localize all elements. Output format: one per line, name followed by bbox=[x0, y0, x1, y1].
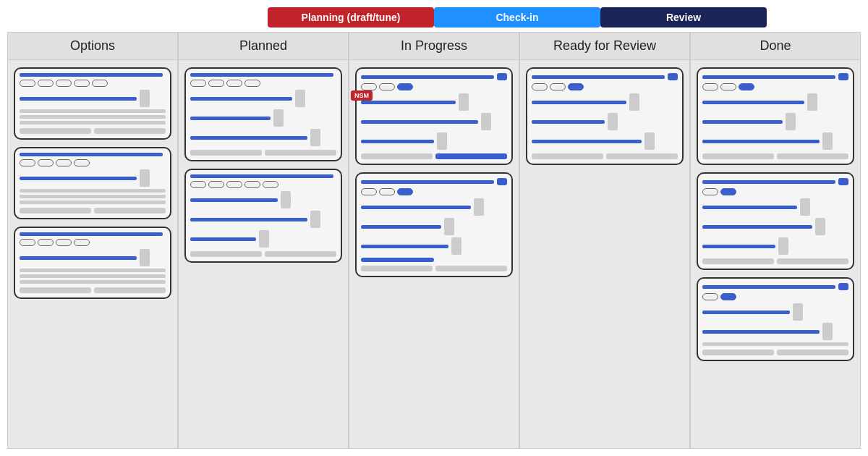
side-block bbox=[310, 129, 320, 146]
card-options-3[interactable] bbox=[14, 227, 171, 299]
line bbox=[361, 225, 441, 229]
footer-btn bbox=[20, 128, 91, 134]
oval bbox=[720, 83, 736, 90]
side-block bbox=[822, 132, 833, 150]
side-block bbox=[459, 93, 469, 111]
line bbox=[702, 140, 820, 143]
card-review-1[interactable] bbox=[526, 67, 684, 165]
side-block bbox=[451, 237, 461, 255]
line-gray bbox=[20, 121, 166, 124]
title-bar bbox=[20, 73, 163, 77]
phase-checkin: Check-in bbox=[434, 7, 600, 28]
oval bbox=[74, 80, 90, 87]
footer-btn bbox=[702, 350, 774, 355]
footer-btn bbox=[361, 153, 433, 159]
oval bbox=[379, 83, 395, 90]
card-planned-1[interactable] bbox=[184, 67, 342, 161]
card-inprogress-2[interactable] bbox=[355, 172, 513, 277]
side-block bbox=[310, 211, 320, 228]
footer-btn bbox=[702, 258, 774, 264]
footer-btn bbox=[532, 153, 603, 159]
oval bbox=[190, 80, 206, 87]
oval bbox=[244, 80, 260, 87]
side-block bbox=[259, 230, 269, 248]
line bbox=[532, 101, 626, 104]
footer-btn bbox=[20, 208, 91, 214]
oval bbox=[208, 80, 224, 87]
line bbox=[20, 177, 137, 180]
oval bbox=[702, 293, 718, 300]
line bbox=[702, 311, 790, 314]
phase-review: Review bbox=[600, 7, 767, 28]
line-gray bbox=[20, 189, 166, 193]
title-bar bbox=[20, 153, 163, 156]
side-block bbox=[140, 90, 150, 107]
oval bbox=[226, 181, 242, 188]
footer-btn bbox=[361, 266, 433, 271]
oval bbox=[20, 159, 35, 166]
oval-filled bbox=[397, 188, 413, 195]
line bbox=[190, 97, 292, 101]
oval bbox=[226, 80, 242, 87]
side-block bbox=[822, 323, 833, 340]
oval-filled bbox=[720, 293, 736, 300]
column-header-ready-for-review: Ready for Review bbox=[520, 33, 689, 60]
oval bbox=[56, 159, 72, 166]
line bbox=[20, 97, 137, 101]
card-done-2[interactable] bbox=[697, 172, 854, 270]
footer-btn bbox=[20, 287, 91, 293]
column-body-in-progress: NSM bbox=[349, 60, 519, 448]
nsm-badge: NSM bbox=[351, 90, 373, 101]
title-bar bbox=[702, 180, 835, 184]
column-ready-for-review: Ready for Review bbox=[519, 32, 690, 449]
line bbox=[361, 101, 456, 104]
line bbox=[361, 245, 448, 248]
side-block bbox=[629, 93, 639, 111]
card-inprogress-1[interactable]: NSM bbox=[355, 67, 513, 165]
card-planned-2[interactable] bbox=[184, 169, 342, 263]
side-block bbox=[444, 218, 454, 235]
top-btn bbox=[497, 178, 507, 185]
footer-btn bbox=[190, 251, 262, 257]
oval bbox=[92, 80, 108, 87]
footer-btn bbox=[777, 258, 848, 264]
footer-btn bbox=[265, 251, 336, 257]
oval bbox=[550, 83, 566, 90]
footer-btn bbox=[777, 153, 848, 159]
card-done-1[interactable] bbox=[697, 67, 854, 165]
footer-btn bbox=[606, 153, 678, 159]
columns-wrapper: Options bbox=[7, 32, 861, 449]
title-bar bbox=[20, 232, 163, 236]
title-bar bbox=[361, 180, 494, 184]
line-gray bbox=[20, 115, 166, 119]
line bbox=[702, 101, 804, 104]
title-bar bbox=[190, 73, 333, 77]
oval bbox=[702, 83, 718, 90]
oval bbox=[56, 80, 72, 87]
column-options: Options bbox=[7, 32, 178, 449]
card-done-3[interactable] bbox=[697, 277, 854, 361]
title-bar bbox=[702, 75, 835, 79]
oval bbox=[56, 239, 72, 246]
side-block bbox=[474, 198, 484, 216]
side-block bbox=[800, 198, 810, 216]
footer-btn bbox=[702, 153, 774, 159]
line bbox=[702, 225, 812, 229]
top-btn bbox=[497, 73, 507, 80]
card-options-1[interactable] bbox=[14, 67, 171, 140]
progress-bar bbox=[361, 258, 434, 262]
line-gray bbox=[20, 274, 166, 278]
line-gray bbox=[20, 280, 166, 284]
line bbox=[190, 136, 307, 140]
line bbox=[702, 120, 783, 124]
footer-btn bbox=[190, 150, 262, 156]
column-body-ready-for-review bbox=[520, 60, 689, 448]
oval bbox=[20, 239, 35, 246]
line bbox=[532, 120, 605, 124]
column-header-done: Done bbox=[691, 33, 860, 60]
column-done: Done bbox=[690, 32, 861, 449]
oval bbox=[263, 181, 278, 188]
card-options-2[interactable] bbox=[14, 147, 171, 219]
column-in-progress: In Progress NSM bbox=[349, 32, 519, 449]
title-bar bbox=[190, 174, 333, 178]
